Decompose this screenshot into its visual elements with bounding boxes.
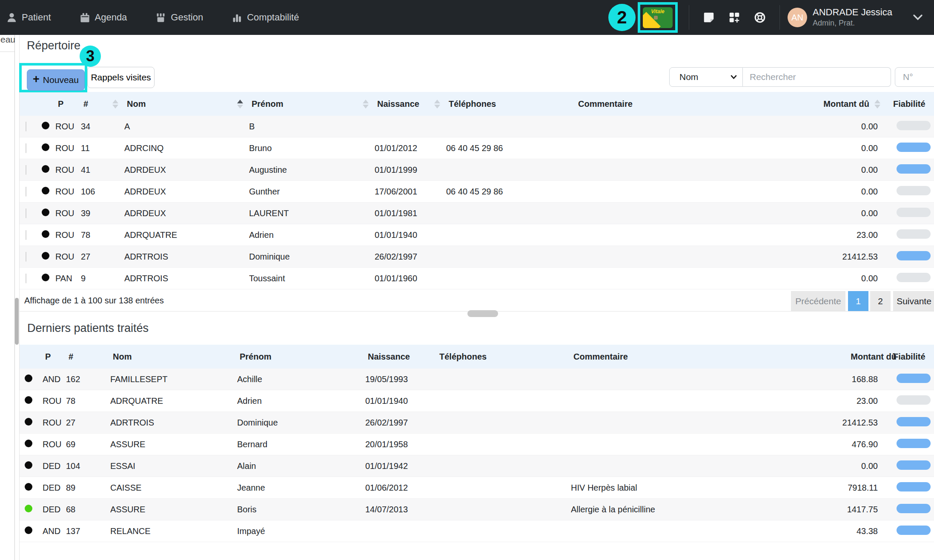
cell-nom: ADRTROIS xyxy=(110,418,237,428)
recent-patient-row[interactable]: ROU 69 ASSURE Bernard 20/01/1958 476.90 xyxy=(20,434,934,455)
recent-patient-row[interactable]: DED 68 ASSURE Boris 14/07/2013 Allergie … xyxy=(20,499,934,520)
recent-patient-row[interactable]: DED 104 ESSAI Alain 01/01/1942 0.00 xyxy=(20,455,934,477)
nav-item-comptabilite[interactable]: Comptabilité xyxy=(231,12,299,23)
cell-naissance: 26/02/1997 xyxy=(375,252,446,262)
search-input[interactable] xyxy=(743,67,891,87)
pagination-previous[interactable]: Précédente xyxy=(791,291,845,311)
recent-patient-row[interactable]: ROU 27 ADRTROIS Dominique 26/02/1997 214… xyxy=(20,412,934,434)
patient-row[interactable]: ROU 39 ADRDEUX LAURENT 01/01/1981 0.00 xyxy=(20,203,934,224)
visit-reminders-button[interactable]: Rappels visites xyxy=(87,67,155,88)
status-dot xyxy=(42,230,49,238)
new-patient-button[interactable]: + Nouveau xyxy=(27,69,85,91)
patient-row[interactable]: ROU 11 ADRCINQ Bruno 01/01/2012 06 40 45… xyxy=(20,137,934,159)
row-checkbox[interactable] xyxy=(26,209,26,218)
patient-row[interactable]: ROU 41 ADRDEUX Augustine 01/01/1999 0.00 xyxy=(20,159,934,181)
cell-montant: 476.90 xyxy=(813,440,878,449)
vertical-scrollbar-thumb[interactable] xyxy=(15,298,19,345)
user-avatar[interactable]: AN xyxy=(788,8,807,27)
page-title: Répertoire xyxy=(27,39,80,52)
row-checkbox[interactable] xyxy=(26,252,26,262)
help-buoy-icon[interactable] xyxy=(754,11,766,24)
cell-nom: ADRCINQ xyxy=(124,143,249,153)
search-field-select[interactable]: Nom xyxy=(669,67,743,87)
cell-number: 11 xyxy=(81,143,124,153)
user-menu[interactable]: ANDRADE Jessica Admin, Prat. xyxy=(813,7,892,28)
cell-prenom: Dominique xyxy=(237,418,365,428)
calendar-icon xyxy=(79,12,91,23)
cell-prenom: Bernard xyxy=(237,440,365,449)
col-header-fiabilite[interactable]: Fiabilité xyxy=(891,99,934,109)
pagination-page-2[interactable]: 2 xyxy=(870,291,891,311)
patient-row[interactable]: ROU 27 ADRTROIS Dominique 26/02/1997 214… xyxy=(20,246,934,268)
col-header-prenom[interactable]: Prénom xyxy=(249,99,375,109)
recent-patient-row[interactable]: ROU 78 ADRQUATRE Adrien 01/01/1940 23.00 xyxy=(20,390,934,412)
cell-nom: ADRQUATRE xyxy=(110,396,237,406)
cell-nom: ASSURE xyxy=(110,505,237,514)
nav-item-agenda[interactable]: Agenda xyxy=(79,12,127,23)
recent-patient-row[interactable]: DED 89 CAISSE Jeanne 01/06/2012 HIV Herp… xyxy=(20,477,934,499)
panel-resize-handle[interactable] xyxy=(467,310,498,317)
cell-number: 69 xyxy=(66,440,110,449)
patient-row[interactable]: ROU 34 A B 0.00 xyxy=(20,116,934,137)
cell-nom: ASSURE xyxy=(110,440,237,449)
row-checkbox[interactable] xyxy=(26,274,26,283)
row-checkbox[interactable] xyxy=(26,230,26,240)
cell-naissance: 01/06/2012 xyxy=(365,483,437,493)
sidebar-item-clipped[interactable]: eau xyxy=(0,34,15,45)
col-header-num[interactable]: # xyxy=(81,99,124,109)
col-header-telephones[interactable]: Téléphones xyxy=(446,99,576,109)
fiabilite-bar xyxy=(897,504,931,513)
fiabilite-bar xyxy=(897,482,931,491)
row-checkbox[interactable] xyxy=(26,122,26,131)
pagination-next[interactable]: Suivante xyxy=(893,291,934,311)
col-header-commentaire[interactable]: Commentaire xyxy=(576,99,813,109)
cell-commentaire: HIV Herpès labial xyxy=(571,483,813,493)
col-header-naissance[interactable]: Naissance xyxy=(375,99,446,109)
cell-code: ROU xyxy=(55,122,81,131)
sidebar-divider xyxy=(0,51,14,52)
sort-icons xyxy=(363,100,375,109)
row-checkbox[interactable] xyxy=(26,165,26,175)
fiabilite-bar xyxy=(897,395,931,405)
patient-row[interactable]: ROU 78 ADRQUATRE Adrien 01/01/1940 23.00 xyxy=(20,224,934,246)
patient-number-input[interactable] xyxy=(895,67,934,87)
fiabilite-bar xyxy=(897,164,931,174)
cell-montant: 0.00 xyxy=(813,187,878,197)
cell-naissance: 01/01/1940 xyxy=(365,396,437,406)
col-header-p[interactable]: P xyxy=(55,99,81,109)
chevron-down-icon[interactable] xyxy=(913,14,923,21)
row-checkbox[interactable] xyxy=(26,187,26,197)
pagination-page-1[interactable]: 1 xyxy=(848,291,868,311)
annotation-step-2: 2 xyxy=(608,4,636,31)
status-dot xyxy=(42,274,49,281)
cell-number: 39 xyxy=(81,209,124,218)
status-dot xyxy=(42,143,49,151)
bar-chart-icon xyxy=(231,12,243,23)
col-header-montant[interactable]: Montant dû xyxy=(813,99,897,109)
row-checkbox[interactable] xyxy=(26,143,26,153)
cell-prenom: Adrien xyxy=(237,396,365,406)
repertoire-table: P # Nom Prénom Naissance Téléphones Comm… xyxy=(20,92,934,289)
user-name: ANDRADE Jessica xyxy=(813,7,892,18)
nav-item-gestion[interactable]: Gestion xyxy=(155,12,203,23)
recent-table-body: AND 162 FAMILLESEPT Achille 19/05/1993 1… xyxy=(20,369,934,542)
apps-grid-plus-icon[interactable] xyxy=(728,11,741,24)
fiabilite-bar xyxy=(897,273,931,282)
recent-patient-row[interactable]: AND 137 RELANCE Impayé 43.38 xyxy=(20,520,934,542)
status-dot xyxy=(25,461,32,469)
carte-vitale-button[interactable]: Vitale xyxy=(643,7,673,28)
fiabilite-bar xyxy=(897,417,931,426)
col-header-nom[interactable]: Nom xyxy=(124,99,249,109)
notes-icon[interactable] xyxy=(702,11,715,24)
select-chevron-icon xyxy=(731,75,737,79)
nav-label: Patient xyxy=(22,12,51,23)
nav-item-patient[interactable]: Patient xyxy=(6,12,51,23)
status-dot xyxy=(25,418,32,426)
patient-row[interactable]: ROU 106 ADRDEUX Gunther 17/06/2001 06 40… xyxy=(20,181,934,203)
col-label: Naissance xyxy=(377,99,419,109)
recent-patient-row[interactable]: AND 162 FAMILLESEPT Achille 19/05/1993 1… xyxy=(20,369,934,390)
cell-montant: 0.00 xyxy=(813,165,878,175)
patient-row[interactable]: PAN 9 ADRTROIS Toussaint 01/01/1960 0.00 xyxy=(20,268,934,289)
repertoire-table-header: P # Nom Prénom Naissance Téléphones Comm… xyxy=(20,92,934,116)
cell-number: 27 xyxy=(81,252,124,262)
